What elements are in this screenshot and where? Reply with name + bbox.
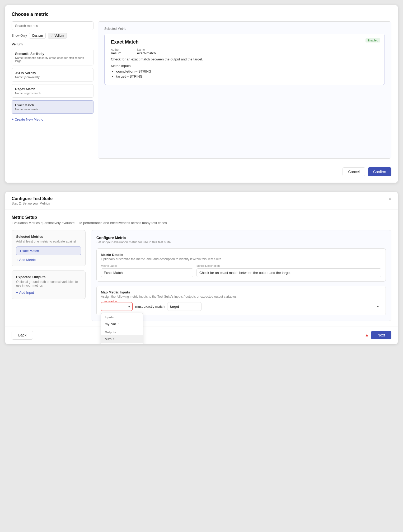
choose-metric-title: Choose a metric [12, 12, 391, 17]
choose-metric-modal: Choose a metric Show Only Custom ✓ Vellu… [5, 5, 398, 183]
metric-item-semantic-similarity[interactable]: Semantic Similarity Name: semantic-simil… [12, 49, 93, 65]
expected-outputs-group-label: Expected Outputs [101, 343, 143, 344]
metric-input-target: target – STRING [116, 74, 378, 78]
outputs-group-label: Outputs [101, 328, 143, 335]
selected-metrics-box-desc: Add at least one metric to evaluate agai… [16, 240, 81, 243]
metric-details-title: Metric Details [101, 253, 381, 257]
desc-field-group: Metric Description [196, 264, 381, 277]
bottom-modal-footer: Back ▲ Next [5, 326, 398, 344]
metric-sub-json: Name: json-validity [15, 75, 90, 79]
label-field-input[interactable] [101, 268, 193, 277]
vellum-section-label: Vellum [12, 42, 93, 46]
checkmark-icon: ✓ [51, 34, 53, 37]
filter-custom-label: Custom [32, 34, 43, 37]
bottom-modal-subtitle: Step 2: Set up your Metrics [12, 202, 53, 205]
inputs-group-label: Inputs [101, 313, 143, 320]
next-group: ▲ Next [365, 331, 391, 339]
metric-description: Check for an exact match between the out… [111, 57, 378, 61]
add-metric-plus-icon: + [16, 258, 18, 262]
target-select-wrapper: target ▼ [167, 302, 381, 311]
dropdown-item-my-var-1[interactable]: my_var_1 [101, 320, 143, 328]
name-col: Name exact-match [137, 48, 156, 55]
selected-metric-panel: Selected Metric Exact Match Enabled Auth… [98, 21, 391, 159]
confirm-button[interactable]: Confirm [368, 167, 391, 176]
create-new-metric-link[interactable]: + Create New Metric [12, 117, 93, 121]
warning-icon: ▲ [365, 333, 369, 338]
metric-name-exact: Exact Match [15, 103, 90, 107]
add-metric-link[interactable]: + Add Metric [16, 258, 81, 262]
author-value: Vellum [111, 51, 121, 55]
map-inputs-box: Map Metric Inputs Assign the following m… [96, 286, 386, 315]
plus-icon: + [12, 117, 14, 121]
bottom-modal-header: Configure Test Suite Step 2: Set up your… [5, 192, 398, 210]
create-new-label: Create New Metric [15, 117, 43, 121]
choose-metric-body: Show Only Custom ✓ Vellum Vellum Semanti… [12, 21, 391, 159]
metric-item-json-validity[interactable]: JSON Validity Name: json-validity [12, 68, 93, 82]
map-inputs-desc: Assign the following metric inputs to th… [101, 295, 381, 298]
metric-input-completion: completion – STRING [116, 69, 378, 73]
metric-sub-regex: Name: regex-match [15, 92, 90, 95]
two-col-layout: Selected Metrics Add at least one metric… [12, 230, 391, 321]
target-select[interactable]: target [167, 302, 201, 311]
search-input[interactable] [12, 21, 93, 30]
name-label: Name [137, 48, 156, 51]
bottom-modal-body: Metric Setup Evaluation Metrics quantita… [5, 210, 398, 326]
selected-metric-card-title: Exact Match [111, 39, 378, 45]
map-inputs-title: Map Metric Inputs [101, 290, 381, 294]
add-input-plus-icon: + [16, 291, 18, 294]
configure-panel-desc: Set up your evaluation metric for use in… [96, 240, 386, 244]
metric-name-json: JSON Validity [15, 71, 90, 75]
configure-test-suite-modal: Configure Test Suite Step 2: Set up your… [5, 192, 398, 344]
bottom-modal-title: Configure Test Suite [12, 196, 53, 201]
metric-name-semantic: Semantic Similarity [15, 52, 90, 56]
metric-list-panel: Show Only Custom ✓ Vellum Vellum Semanti… [12, 21, 93, 159]
completion-dropdown: Inputs my_var_1 Outputs output Expected … [101, 313, 143, 344]
metric-item-regex-match[interactable]: Regex Match Name: regex-match [12, 84, 93, 98]
metric-name-regex: Regex Match [15, 87, 90, 91]
must-exactly-match-label: must exactly match [135, 305, 165, 308]
label-field-group: Metric Label [101, 264, 193, 277]
filter-vellum-label: Vellum [54, 34, 64, 37]
bottom-modal-header-text: Configure Test Suite Step 2: Set up your… [12, 196, 53, 205]
selected-metric-card: Exact Match Enabled Author Vellum Name e… [104, 34, 385, 85]
metric-sub-exact: Name: exact-match [15, 108, 90, 111]
metric-details-box: Metric Details Optionally customize the … [96, 248, 386, 282]
section-desc: Evaluation Metrics quantitatively evalua… [12, 221, 391, 225]
meta-row: Author Vellum Name exact-match [111, 48, 378, 55]
field-row: Metric Label Metric Description [101, 264, 381, 277]
right-col: Configure Metric Set up your evaluation … [91, 230, 391, 321]
add-input-link[interactable]: + Add Input [16, 291, 81, 294]
show-only-row: Show Only Custom ✓ Vellum [12, 33, 93, 39]
selected-metric-label: Selected Metric [104, 27, 385, 31]
show-only-label: Show Only [12, 34, 27, 37]
author-label: Author [111, 48, 121, 51]
filter-custom-button[interactable]: Custom [29, 33, 46, 39]
top-modal-footer: Cancel Confirm [12, 164, 391, 176]
metric-sub-semantic: Name: semantic-similarity-cross-encoder-… [15, 56, 90, 63]
completion-select-wrapper: my_var_1 output ▼ [101, 302, 133, 311]
filter-vellum-button[interactable]: ✓ Vellum [48, 33, 67, 39]
metric-item-exact-match[interactable]: Exact Match Name: exact-match [12, 100, 93, 114]
author-col: Author Vellum [111, 48, 121, 55]
back-button[interactable]: Back [12, 331, 33, 340]
metric-inputs-list: completion – STRING target – STRING [111, 69, 378, 78]
next-button[interactable]: Next [371, 331, 391, 339]
expected-outputs-box: Expected Outputs Optional ground truth o… [12, 270, 86, 299]
name-value: exact-match [137, 51, 156, 55]
desc-field-input[interactable] [196, 268, 381, 277]
add-metric-label: Add Metric [19, 258, 36, 262]
map-row: completion my_var_1 output ▼ must exactl… [101, 302, 381, 311]
exact-match-chip[interactable]: Exact Match [16, 246, 81, 255]
section-title: Metric Setup [12, 215, 391, 220]
close-button[interactable]: × [388, 196, 391, 201]
dropdown-item-output[interactable]: output [101, 335, 143, 343]
desc-field-label: Metric Description [196, 264, 381, 267]
expected-outputs-title: Expected Outputs [16, 275, 81, 279]
metric-inputs-label: Metric Inputs: [111, 64, 378, 68]
metric-details-subdesc: Optionally customize the metric label an… [101, 257, 381, 261]
expected-outputs-desc: Optional ground truth or context variabl… [16, 280, 81, 287]
selected-metrics-box-title: Selected Metrics [16, 235, 81, 239]
cancel-button[interactable]: Cancel [343, 167, 365, 176]
left-col: Selected Metrics Add at least one metric… [12, 230, 86, 321]
configure-metric-panel: Configure Metric Set up your evaluation … [91, 230, 391, 321]
